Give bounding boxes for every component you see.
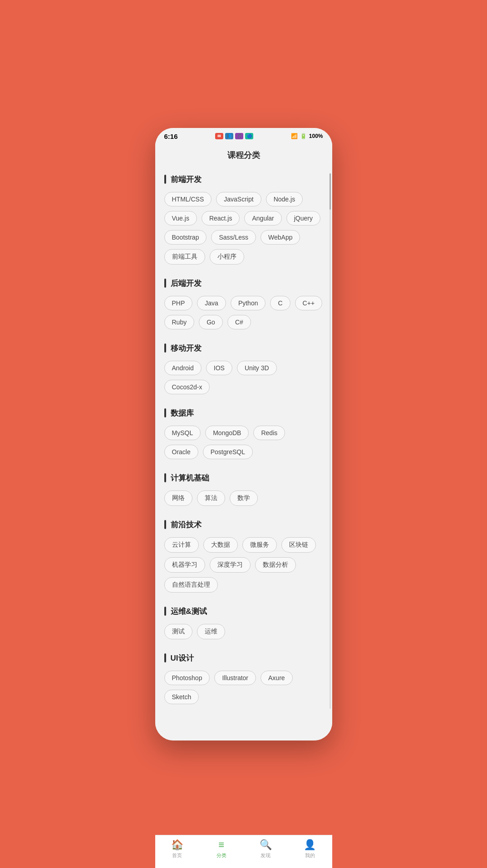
tag-frontier-5[interactable]: 深度学习 bbox=[210, 557, 251, 573]
tag-frontend-2[interactable]: Node.js bbox=[266, 192, 303, 206]
tags-container-backend: PHPJavaPythonCC++RubyGoC# bbox=[164, 296, 323, 329]
tag-ui-design-2[interactable]: Axure bbox=[261, 671, 293, 685]
section-frontier: 前沿技术云计算大数据微服务区块链机器学习深度学习数据分析自然语言处理 bbox=[155, 515, 332, 602]
tag-database-0[interactable]: MySQL bbox=[164, 426, 201, 440]
page-title: 课程分类 bbox=[155, 143, 332, 170]
tags-container-frontend: HTML/CSSJavaScriptNode.jsVue.jsReact.jsA… bbox=[164, 192, 323, 265]
section-title-ui-design: UI设计 bbox=[164, 648, 323, 663]
tag-frontend-4[interactable]: React.js bbox=[202, 211, 240, 226]
tag-frontier-0[interactable]: 云计算 bbox=[164, 537, 199, 553]
wifi-icon: 📶 bbox=[291, 133, 298, 139]
scrollbar-thumb[interactable] bbox=[330, 173, 331, 210]
sections-container: 前端开发HTML/CSSJavaScriptNode.jsVue.jsReact… bbox=[155, 170, 332, 713]
status-time: 6:16 bbox=[164, 132, 178, 140]
tag-cs-basics-0[interactable]: 网络 bbox=[164, 490, 192, 506]
tag-mobile-1[interactable]: IOS bbox=[206, 361, 232, 375]
tag-frontend-8[interactable]: Sass/Less bbox=[211, 230, 256, 245]
notification-icons: ✉ 📘 🎵 🔵 bbox=[215, 133, 253, 139]
section-title-frontend: 前端开发 bbox=[164, 170, 323, 185]
section-frontend: 前端开发HTML/CSSJavaScriptNode.jsVue.jsReact… bbox=[155, 170, 332, 274]
section-title-database: 数据库 bbox=[164, 403, 323, 418]
tag-ui-design-3[interactable]: Sketch bbox=[164, 690, 199, 704]
battery-percent: 100% bbox=[309, 133, 323, 139]
tags-container-database: MySQLMongoDBRedisOraclePostgreSQL bbox=[164, 426, 323, 459]
tag-frontend-3[interactable]: Vue.js bbox=[164, 211, 197, 226]
section-devops: 运维&测试测试运维 bbox=[155, 602, 332, 648]
tag-backend-6[interactable]: Go bbox=[199, 315, 223, 329]
tag-frontend-10[interactable]: 前端工具 bbox=[164, 249, 205, 265]
tag-frontier-2[interactable]: 微服务 bbox=[242, 537, 277, 553]
tag-backend-5[interactable]: Ruby bbox=[164, 315, 195, 329]
tag-frontend-1[interactable]: JavaScript bbox=[216, 192, 261, 206]
section-ui-design: UI设计PhotoshopIllustratorAxureSketch bbox=[155, 648, 332, 713]
tags-container-ui-design: PhotoshopIllustratorAxureSketch bbox=[164, 671, 323, 704]
tag-frontend-7[interactable]: Bootstrap bbox=[164, 230, 207, 245]
tag-devops-1[interactable]: 运维 bbox=[197, 624, 225, 639]
tag-frontier-1[interactable]: 大数据 bbox=[203, 537, 238, 553]
tag-frontier-3[interactable]: 区块链 bbox=[281, 537, 316, 553]
notif-icon-purple: 🎵 bbox=[235, 133, 243, 139]
notif-icon-teal: 🔵 bbox=[245, 133, 253, 139]
tag-backend-3[interactable]: C bbox=[270, 296, 290, 310]
tag-frontend-9[interactable]: WebApp bbox=[261, 230, 300, 245]
section-title-cs-basics: 计算机基础 bbox=[164, 468, 323, 483]
tag-devops-0[interactable]: 测试 bbox=[164, 624, 192, 639]
tag-backend-7[interactable]: C# bbox=[227, 315, 251, 329]
tag-backend-0[interactable]: PHP bbox=[164, 296, 193, 310]
notif-icon-red: ✉ bbox=[215, 133, 223, 139]
section-backend: 后端开发PHPJavaPythonCC++RubyGoC# bbox=[155, 274, 332, 338]
section-title-frontier: 前沿技术 bbox=[164, 515, 323, 530]
tag-frontier-4[interactable]: 机器学习 bbox=[164, 557, 205, 573]
tag-frontend-11[interactable]: 小程序 bbox=[210, 249, 244, 265]
section-database: 数据库MySQLMongoDBRedisOraclePostgreSQL bbox=[155, 403, 332, 468]
section-mobile: 移动开发AndroidIOSUnity 3DCocos2d-x bbox=[155, 338, 332, 403]
tag-mobile-2[interactable]: Unity 3D bbox=[237, 361, 277, 375]
tag-frontend-5[interactable]: Angular bbox=[244, 211, 281, 226]
notif-icon-blue: 📘 bbox=[225, 133, 233, 139]
signal-icon: 🔋 bbox=[300, 133, 307, 139]
tag-backend-2[interactable]: Python bbox=[231, 296, 266, 310]
tag-frontier-6[interactable]: 数据分析 bbox=[255, 557, 296, 573]
tag-database-2[interactable]: Redis bbox=[253, 426, 285, 440]
tag-mobile-3[interactable]: Cocos2d-x bbox=[164, 380, 210, 394]
tag-ui-design-1[interactable]: Illustrator bbox=[214, 671, 256, 685]
tag-backend-1[interactable]: Java bbox=[197, 296, 226, 310]
tags-container-frontier: 云计算大数据微服务区块链机器学习深度学习数据分析自然语言处理 bbox=[164, 537, 323, 593]
scrollbar-track[interactable] bbox=[330, 173, 331, 709]
tag-cs-basics-1[interactable]: 算法 bbox=[197, 490, 225, 506]
tags-container-cs-basics: 网络算法数学 bbox=[164, 490, 323, 506]
tag-cs-basics-2[interactable]: 数学 bbox=[230, 490, 258, 506]
section-title-mobile: 移动开发 bbox=[164, 338, 323, 353]
section-cs-basics: 计算机基础网络算法数学 bbox=[155, 468, 332, 515]
tags-container-mobile: AndroidIOSUnity 3DCocos2d-x bbox=[164, 361, 323, 394]
tag-database-3[interactable]: Oracle bbox=[164, 445, 198, 459]
tag-frontend-6[interactable]: jQuery bbox=[286, 211, 320, 226]
tag-database-4[interactable]: PostgreSQL bbox=[203, 445, 253, 459]
section-title-devops: 运维&测试 bbox=[164, 602, 323, 617]
tag-ui-design-0[interactable]: Photoshop bbox=[164, 671, 210, 685]
page-content: 课程分类 前端开发HTML/CSSJavaScriptNode.jsVue.js… bbox=[155, 143, 332, 740]
section-title-backend: 后端开发 bbox=[164, 274, 323, 289]
status-right-icons: 📶 🔋 100% bbox=[291, 133, 323, 139]
phone-frame: 6:16 ✉ 📘 🎵 🔵 📶 🔋 100% 课程分类 前端开发HTML/CSSJ… bbox=[155, 128, 332, 740]
tags-container-devops: 测试运维 bbox=[164, 624, 323, 639]
status-bar: 6:16 ✉ 📘 🎵 🔵 📶 🔋 100% bbox=[155, 128, 332, 143]
tag-backend-4[interactable]: C++ bbox=[295, 296, 322, 310]
tag-frontend-0[interactable]: HTML/CSS bbox=[164, 192, 212, 206]
tag-database-1[interactable]: MongoDB bbox=[205, 426, 249, 440]
tag-mobile-0[interactable]: Android bbox=[164, 361, 202, 375]
tag-frontier-7[interactable]: 自然语言处理 bbox=[164, 577, 218, 593]
